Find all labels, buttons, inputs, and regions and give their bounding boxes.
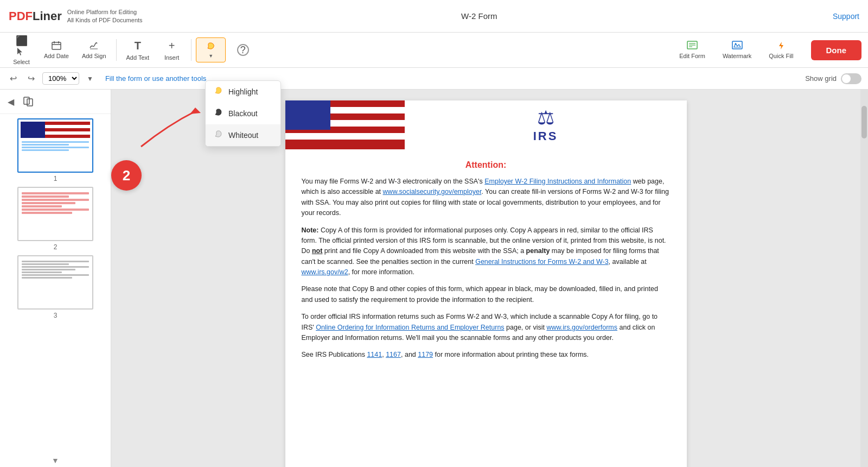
link-pub-1141[interactable]: 1141 — [367, 351, 382, 358]
whiteout-icon — [214, 130, 223, 141]
separator — [116, 39, 117, 61]
quick-fill-tool[interactable]: Quick Fill — [762, 37, 800, 62]
page-number-3: 3 — [54, 312, 58, 319]
zoom-select[interactable]: 100% 75% 125% 150% — [42, 72, 79, 85]
link-online-ordering[interactable]: Online Ordering for Information Returns … — [316, 324, 504, 331]
annotation-dropdown: Highlight Blackout Whiteout — [205, 80, 281, 147]
flag-section — [285, 100, 405, 149]
svg-rect-0 — [52, 42, 61, 49]
irs-logo: ⚖ IRS — [533, 106, 558, 143]
link-orderforms[interactable]: www.irs.gov/orderforms — [546, 324, 617, 331]
page-thumbnail-2[interactable] — [17, 187, 93, 241]
select-tool[interactable]: ⬛ Select — [7, 31, 36, 68]
help-tool[interactable]: ? — [228, 41, 258, 59]
chevron-down-icon[interactable]: ▼ — [84, 73, 97, 85]
sidebar-top: ◀ — [0, 90, 111, 114]
link-employer-w2[interactable]: Employer W-2 Filing Instructions and Inf… — [484, 178, 631, 185]
link-pub-1179[interactable]: 1179 — [418, 351, 433, 358]
logo-subtitle: Online Platform for Editing All Kinds of… — [67, 8, 143, 24]
right-toolbar: Edit Form Watermark Quick Fill Done — [673, 37, 861, 62]
page-number-2: 2 — [54, 243, 58, 251]
dropdown-arrow: ▼ — [208, 53, 213, 59]
fill-hint: Fill the form or use another tools — [105, 74, 206, 83]
pdf-paragraph-2: Note: Copy A of this form is provided fo… — [302, 225, 671, 278]
logo-pdf: PDF — [9, 9, 33, 23]
pdf-page: ⚖ IRS Attention: You may file Forms W-2 … — [285, 100, 687, 467]
show-grid-area: Show grid — [805, 73, 861, 84]
highlight-label: Highlight — [228, 87, 258, 96]
separator-2 — [191, 39, 192, 61]
done-button[interactable]: Done — [811, 40, 862, 60]
pdf-paragraph-5: See IRS Publications 1141, 1167, and 117… — [302, 350, 671, 360]
irs-logo-section: ⚖ IRS — [405, 100, 687, 149]
show-grid-toggle[interactable] — [841, 73, 861, 84]
plus-icon: + — [169, 40, 175, 52]
blackout-option[interactable]: Blackout — [206, 103, 280, 124]
sidebar-back-button[interactable]: ◀ — [5, 94, 16, 109]
signature-icon — [89, 41, 99, 51]
page-thumbnail-1[interactable] — [17, 118, 93, 173]
page-item-3[interactable]: 3 — [4, 255, 106, 319]
right-scrollbar — [860, 90, 868, 467]
logo-area: PDFLiner Online Platform for Editing All… — [9, 8, 143, 24]
page-number-1: 1 — [54, 175, 58, 182]
page-item[interactable]: 1 — [4, 118, 106, 182]
blackout-icon — [214, 108, 223, 119]
edit-form-tool[interactable]: Edit Form — [673, 37, 712, 62]
whiteout-label: Whiteout — [228, 131, 258, 140]
undo-button[interactable]: ↩ — [7, 71, 20, 86]
blackout-label: Blackout — [228, 109, 258, 118]
logo-liner: Liner — [33, 9, 62, 23]
support-link[interactable]: Support — [816, 12, 859, 21]
highlight-icon — [214, 86, 223, 97]
edit-form-icon — [687, 41, 698, 51]
add-sign-tool[interactable]: Add Sign — [76, 37, 112, 62]
logo: PDFLiner — [9, 9, 62, 23]
svg-rect-9 — [732, 41, 742, 49]
svg-point-10 — [735, 43, 736, 45]
top-bar: PDFLiner Online Platform for Editing All… — [0, 0, 868, 33]
link-general-instructions[interactable]: General Instructions for Forms W-2 and W… — [475, 258, 608, 266]
irs-text: IRS — [533, 129, 558, 143]
pdf-header: ⚖ IRS — [285, 100, 687, 149]
pdf-paragraph-3: Please note that Copy B and other copies… — [302, 284, 671, 305]
annotation-icon — [206, 41, 216, 51]
pdf-paragraph-1: You may file Forms W-2 and W-3 electroni… — [302, 176, 671, 219]
scroll-down-indicator[interactable]: ▼ — [0, 454, 111, 467]
insert-tool[interactable]: + Insert — [157, 36, 187, 64]
sidebar-pages-button[interactable] — [21, 94, 36, 109]
pdf-body: Attention: You may file Forms W-2 and W-… — [285, 149, 687, 378]
watermark-tool[interactable]: Watermark — [716, 37, 758, 62]
document-title: W-2 Form — [143, 11, 816, 21]
flag-image — [285, 100, 405, 149]
annotation-tool[interactable]: ▼ — [196, 37, 226, 62]
add-date-tool[interactable]: Add Date — [39, 37, 74, 62]
secondary-toolbar: ↩ ↪ 100% 75% 125% 150% ▼ Fill the form o… — [0, 68, 868, 90]
irs-eagle-icon: ⚖ — [537, 106, 554, 129]
highlight-option[interactable]: Highlight — [206, 81, 280, 103]
question-icon: ? — [237, 44, 249, 56]
redo-button[interactable]: ↪ — [24, 71, 38, 86]
link-pub-1167[interactable]: 1167 — [386, 351, 401, 358]
page-thumbnail-3[interactable] — [17, 255, 93, 310]
calendar-icon — [52, 41, 61, 51]
add-text-tool[interactable]: T Add Text — [121, 36, 155, 64]
toolbar: ⬛ Select Add Date Add Sign T Add Text + … — [0, 33, 868, 68]
page-list: 1 — [0, 114, 111, 454]
show-grid-label: Show grid — [805, 74, 837, 83]
page-item-2[interactable]: 2 — [4, 187, 106, 251]
link-irs-w2[interactable]: www.irs.gov/w2 — [302, 268, 348, 276]
tutorial-step-badge: 2 — [111, 160, 142, 191]
text-icon: T — [135, 40, 141, 52]
attention-title: Attention: — [302, 160, 671, 170]
sidebar: ◀ 1 — [0, 90, 111, 467]
svg-rect-12 — [27, 99, 33, 106]
lightning-icon — [776, 41, 786, 51]
scrollbar-thumb[interactable] — [861, 106, 867, 138]
watermark-icon — [732, 41, 743, 51]
link-socialsecurity[interactable]: www.socialsecurity.gov/employer — [383, 188, 482, 195]
main-area: ◀ 1 — [0, 90, 868, 467]
whiteout-option[interactable]: Whiteout — [206, 124, 280, 146]
pdf-paragraph-4: To order official IRS information return… — [302, 312, 671, 343]
cursor-icon: ⬛ — [16, 35, 28, 56]
